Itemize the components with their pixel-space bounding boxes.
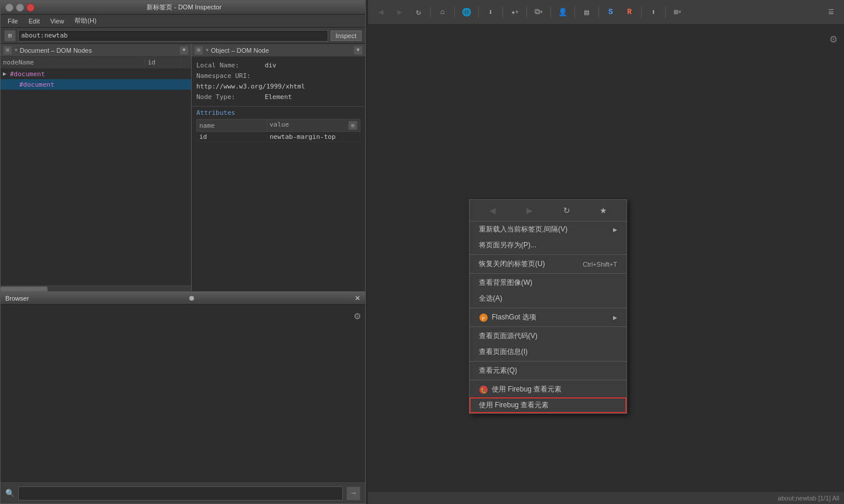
ctx-item-firebug[interactable]: 🐛 使用 Firebug 查看元素 xyxy=(469,382,627,397)
ff-addon-icon-1[interactable]: ✦▼ xyxy=(506,4,523,21)
panel-expand-btn[interactable]: ▼ xyxy=(179,46,189,55)
right-dropdown-arrow: ▼ xyxy=(206,47,209,53)
inspector-panels: ⊞ ▼ Document – DOM Nodes ▼ nodeName id ▶… xyxy=(1,44,365,292)
panel-dropdown-btn[interactable]: ⊞ xyxy=(3,46,12,55)
ff-home-button[interactable]: ⌂ xyxy=(434,4,451,21)
menu-help[interactable]: 帮助(H) xyxy=(70,15,101,26)
svg-text:F: F xyxy=(482,316,485,321)
local-name-row: Local Name: div xyxy=(196,60,360,71)
browser-content: ⚙ xyxy=(1,305,365,482)
node-type-value: Element xyxy=(265,93,292,101)
toolbar-separator-5 xyxy=(526,6,527,18)
browser-title: Browser xyxy=(5,295,29,302)
inspector-toolbar: ⊞ Inspect xyxy=(1,28,365,44)
menu-file[interactable]: File xyxy=(3,16,23,26)
local-name-label: Local Name: xyxy=(196,60,261,71)
right-panel-expand-btn[interactable]: ▼ xyxy=(353,46,363,55)
attr-expand-btn[interactable]: ⊞ xyxy=(348,121,358,130)
inspect-button[interactable]: Inspect xyxy=(331,30,362,41)
ff-hamburger-menu[interactable]: ☰ xyxy=(823,4,839,21)
ctx-item-reload-interval[interactable]: 重新载入当前标签页,间隔(V) xyxy=(469,222,627,237)
firefox-statusbar: about:newtab [1/1] All xyxy=(368,491,844,504)
ctx-sep-2 xyxy=(469,273,627,274)
ctx-item-flashgot[interactable]: F FlashGot 选项 ▶ xyxy=(469,309,627,325)
toolbar-separator-1 xyxy=(430,6,431,18)
svg-text:🐛: 🐛 xyxy=(481,387,486,393)
right-panel-dropdown-btn[interactable]: ⊞ xyxy=(194,46,203,55)
dom-tree-row-selected[interactable]: #document xyxy=(1,79,191,90)
ff-back-button[interactable]: ◀ xyxy=(373,4,389,21)
attributes-section: Attributes name value ⊞ id xyxy=(192,107,365,145)
col-nodename-header: nodeName xyxy=(1,59,145,66)
ctx-label-flashgot: FlashGot 选项 xyxy=(492,312,610,322)
attributes-title: Attributes xyxy=(196,109,360,117)
attr-col-value: value ⊞ xyxy=(267,120,360,132)
ff-user-icon[interactable]: 👤 xyxy=(554,4,571,21)
local-name-value: div xyxy=(265,62,277,69)
ff-icon-s[interactable]: S xyxy=(603,4,619,21)
ctx-reload-button[interactable]: ↻ xyxy=(560,203,574,217)
ctx-item-inspect[interactable]: 使用 Firebug 查看元素 xyxy=(469,397,627,413)
menu-edit[interactable]: Edit xyxy=(24,16,45,26)
ff-reload-button[interactable]: ↻ xyxy=(410,4,427,21)
toolbar-separator-2 xyxy=(454,6,455,18)
ff-icon-r[interactable]: R xyxy=(621,4,638,21)
context-menu: ◀ ▶ ↻ ★ 重新载入当前标签页,间隔(V) 将页面另存为(P)... 恢复关… xyxy=(469,199,627,414)
browser-dot xyxy=(189,296,194,301)
browser-search-input[interactable] xyxy=(18,486,343,500)
url-input[interactable] xyxy=(18,30,328,42)
menu-view[interactable]: View xyxy=(46,16,69,26)
ctx-item-bg-image[interactable]: 查看背景图像(W) xyxy=(469,275,627,291)
ctx-star-button[interactable]: ★ xyxy=(597,203,611,217)
maximize-button[interactable] xyxy=(16,4,24,12)
attr-col-name: name xyxy=(197,120,267,132)
ctx-sep-4 xyxy=(469,326,627,327)
ctx-item-view-source[interactable]: 查看页面源代码(V) xyxy=(469,328,627,344)
dom-inspector-titlebar: 新标签页 - DOM Inspector xyxy=(1,1,365,15)
toolbar-separator-8 xyxy=(598,6,599,18)
right-panel-label: Object – DOM Node xyxy=(211,47,269,54)
ctx-item-restore-tab[interactable]: 恢复关闭的标签页(U) Ctrl+Shift+T xyxy=(469,256,627,272)
left-panel-dom-nodes: ⊞ ▼ Document – DOM Nodes ▼ nodeName id ▶… xyxy=(1,44,192,292)
ff-globe-icon[interactable]: 🌐 xyxy=(458,4,475,21)
firebug-icon: 🐛 xyxy=(479,385,488,394)
dom-nodes-icon[interactable]: ⊞ xyxy=(4,30,16,42)
dom-tree-row[interactable]: ▶ #document xyxy=(1,69,191,79)
search-icon: 🔍 xyxy=(5,489,15,498)
left-panel-header: ⊞ ▼ Document – DOM Nodes ▼ xyxy=(1,44,191,57)
firefox-toolbar: ◀ ▶ ↻ ⌂ 🌐 ⬇ ✦▼ ⧉▼ 👤 ▤ S R ⬆ ⊞▼ ☰ xyxy=(368,0,844,25)
ff-gear-icon[interactable]: ⚙ xyxy=(830,32,837,46)
ctx-label-firebug: 使用 Firebug 查看元素 xyxy=(492,384,617,394)
ctx-item-select-all[interactable]: 全选(A) xyxy=(469,291,627,307)
ctx-back-button[interactable]: ◀ xyxy=(486,203,500,217)
toolbar-separator-4 xyxy=(502,6,503,18)
ctx-label-select-all: 全选(A) xyxy=(479,294,617,304)
left-panel-label: Document – DOM Nodes xyxy=(20,47,92,54)
ff-forward-button[interactable]: ▶ xyxy=(392,4,408,21)
browser-titlebar: Browser ✕ xyxy=(1,292,365,305)
ctx-item-save-page[interactable]: 将页面另存为(P)... xyxy=(469,237,627,253)
ff-apps-icon[interactable]: ▤ xyxy=(578,4,595,21)
minimize-button[interactable] xyxy=(5,4,13,12)
ff-download-button[interactable]: ⬇ xyxy=(482,4,499,21)
browser-search-bar: 🔍 → xyxy=(1,482,365,503)
browser-close-btn[interactable]: ✕ xyxy=(355,294,360,302)
right-panel-object: ⊞ ▼ Object – DOM Node ▼ Local Name: div … xyxy=(192,44,365,292)
ff-sync-icon[interactable]: ⬆ xyxy=(645,4,662,21)
gear-icon[interactable]: ⚙ xyxy=(354,309,360,322)
ctx-forward-button[interactable]: ▶ xyxy=(523,203,537,217)
ff-addon-icon-2[interactable]: ⧉▼ xyxy=(530,4,547,21)
ctx-item-view-element[interactable]: 查看元素(Q) xyxy=(469,363,627,379)
namespace-label: Namespace URI: xyxy=(196,71,261,81)
status-bar-text: about:newtab [1/1] All xyxy=(778,495,839,502)
right-panel-header: ⊞ ▼ Object – DOM Node ▼ xyxy=(192,44,365,57)
toolbar-separator-9 xyxy=(641,6,642,18)
close-button[interactable] xyxy=(26,4,35,12)
ctx-label-page-info: 查看页面信息(I) xyxy=(479,347,617,357)
ff-addon-icon-3[interactable]: ⊞▼ xyxy=(669,4,686,21)
ctx-item-page-info[interactable]: 查看页面信息(I) xyxy=(469,344,627,360)
toolbar-separator-10 xyxy=(665,6,666,18)
namespace-uri-row: Namespace URI: http://www.w3.org/1999/xh… xyxy=(196,71,360,92)
flashgot-icon: F xyxy=(479,313,488,322)
search-go-button[interactable]: → xyxy=(346,486,360,500)
